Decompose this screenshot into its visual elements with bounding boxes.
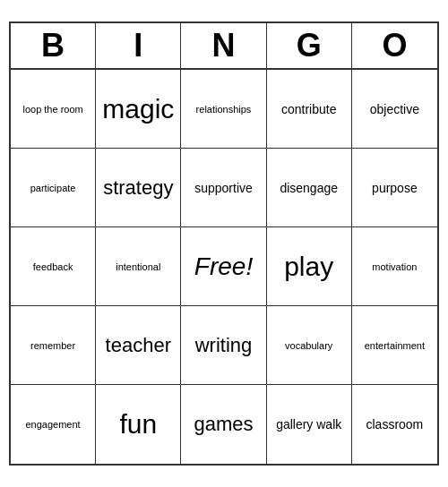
bingo-cell: games	[181, 385, 266, 464]
bingo-cell: objective	[352, 70, 437, 149]
cell-text: writing	[195, 334, 253, 357]
bingo-card: BINGO loop the roommagicrelationshipscon…	[9, 21, 439, 466]
cell-text: entertainment	[365, 340, 425, 351]
cell-text: classroom	[366, 417, 423, 431]
bingo-cell: intentional	[96, 227, 181, 306]
bingo-cell: supportive	[181, 149, 266, 227]
cell-text: disengage	[280, 181, 338, 195]
bingo-cell: strategy	[96, 149, 181, 227]
bingo-cell: teacher	[96, 306, 181, 385]
bingo-cell: remember	[11, 306, 96, 385]
bingo-cell: loop the room	[11, 70, 96, 149]
cell-text: games	[194, 413, 253, 436]
cell-text: feedback	[33, 261, 73, 272]
bingo-cell: writing	[181, 306, 266, 385]
cell-text: Free!	[194, 252, 253, 281]
cell-text: remember	[30, 340, 75, 351]
cell-text: engagement	[26, 419, 81, 430]
bingo-cell: gallery walk	[267, 385, 352, 464]
header-letter: I	[96, 23, 181, 68]
bingo-header: BINGO	[11, 23, 437, 70]
bingo-cell: entertainment	[352, 306, 437, 385]
bingo-grid: loop the roommagicrelationshipscontribut…	[11, 70, 437, 464]
cell-text: vocabulary	[285, 340, 332, 351]
bingo-cell: play	[267, 227, 352, 306]
cell-text: intentional	[116, 261, 160, 272]
cell-text: strategy	[103, 176, 173, 200]
bingo-cell: participate	[11, 149, 96, 227]
bingo-cell: contribute	[267, 70, 352, 149]
bingo-cell: motivation	[352, 227, 437, 306]
header-letter: N	[181, 23, 266, 68]
header-letter: G	[267, 23, 352, 68]
cell-text: play	[284, 252, 333, 282]
cell-text: teacher	[106, 334, 171, 357]
bingo-cell: classroom	[352, 385, 437, 464]
header-letter: B	[11, 23, 96, 68]
bingo-cell: feedback	[11, 227, 96, 306]
bingo-cell: engagement	[11, 385, 96, 464]
bingo-cell: Free!	[181, 227, 266, 306]
bingo-cell: relationships	[181, 70, 266, 149]
bingo-cell: disengage	[267, 149, 352, 227]
cell-text: relationships	[196, 104, 252, 115]
cell-text: motivation	[372, 261, 417, 272]
cell-text: magic	[102, 94, 174, 124]
bingo-cell: fun	[96, 385, 181, 464]
cell-text: contribute	[281, 102, 336, 116]
cell-text: objective	[370, 102, 419, 116]
cell-text: participate	[30, 183, 76, 193]
header-letter: O	[352, 23, 437, 68]
bingo-cell: magic	[96, 70, 181, 149]
bingo-cell: purpose	[352, 149, 437, 227]
cell-text: fun	[119, 409, 157, 440]
cell-text: loop the room	[22, 104, 82, 115]
cell-text: gallery walk	[276, 417, 341, 431]
bingo-cell: vocabulary	[267, 306, 352, 385]
cell-text: supportive	[194, 181, 253, 195]
cell-text: purpose	[372, 181, 418, 195]
